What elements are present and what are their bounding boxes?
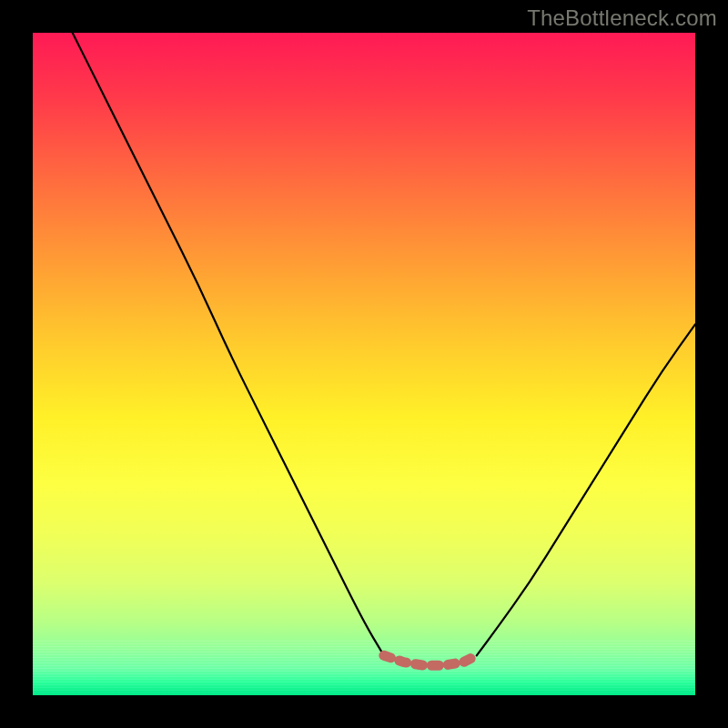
plot-area [33, 33, 695, 695]
curve-layer [33, 33, 695, 695]
watermark-text: TheBottleneck.com [527, 5, 717, 31]
valley-flat-path [384, 655, 477, 665]
chart-canvas: TheBottleneck.com [0, 0, 728, 728]
left-curve-path [73, 33, 384, 655]
right-curve-path [477, 324, 695, 655]
